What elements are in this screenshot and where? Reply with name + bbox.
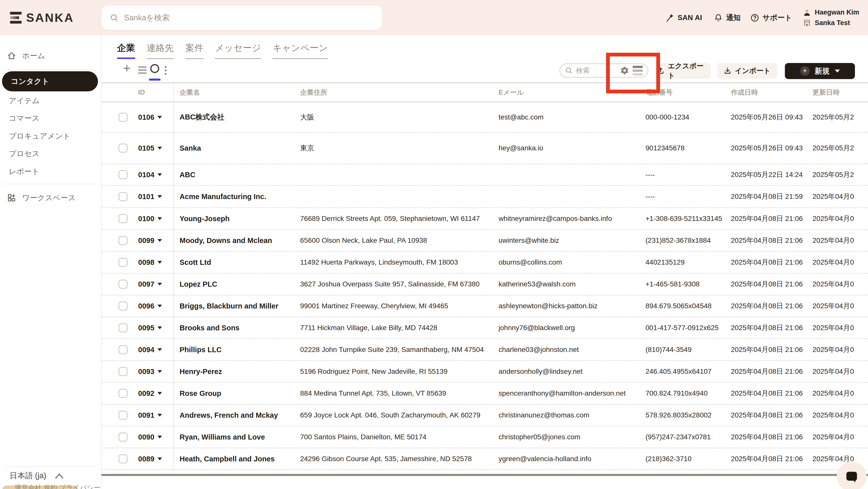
cell-company-name[interactable]: Scott Ltd [180, 258, 211, 267]
row-checkbox[interactable] [119, 323, 128, 332]
table-row[interactable]: 0092Rose Group884 Medina Tunnel Apt. 735… [101, 383, 868, 405]
list-view-button[interactable] [138, 67, 147, 73]
table-row[interactable]: 0098Scott Ltd11492 Huerta Parkways, Lind… [101, 252, 868, 273]
row-checkbox[interactable] [119, 113, 128, 122]
row-checkbox[interactable] [119, 389, 128, 398]
column-header-email[interactable]: Eメール [499, 88, 524, 97]
row-id[interactable]: 0096 [138, 302, 162, 310]
row-id[interactable]: 0094 [138, 346, 162, 354]
table-row[interactable]: 0097Lopez PLC3627 Joshua Overpass Suite … [101, 273, 868, 295]
row-checkbox[interactable] [119, 192, 128, 201]
row-id[interactable]: 0090 [138, 433, 162, 441]
table-row[interactable]: 0106ABC株式会社大阪test@abc.com000-000-1234202… [101, 102, 868, 133]
row-expand-caret-icon[interactable] [157, 261, 162, 264]
tab-companies[interactable]: 企業 [117, 42, 135, 59]
row-id[interactable]: 0106 [138, 113, 162, 121]
table-row[interactable]: 0090Ryan, Williams and Love700 Santos Pl… [101, 426, 868, 448]
column-header-created[interactable]: 作成日時 [731, 88, 758, 97]
row-expand-caret-icon[interactable] [157, 217, 162, 220]
cell-company-name[interactable]: Brooks and Sons [180, 324, 240, 332]
row-id[interactable]: 0105 [138, 144, 162, 152]
row-checkbox[interactable] [119, 367, 128, 376]
row-id[interactable]: 0099 [138, 236, 162, 245]
horizontal-scrollbar[interactable] [101, 474, 868, 476]
add-view-button[interactable] [122, 64, 132, 73]
row-checkbox[interactable] [119, 143, 128, 153]
cell-company-name[interactable]: Ryan, Williams and Love [180, 433, 265, 441]
row-checkbox[interactable] [119, 345, 128, 354]
row-id[interactable]: 0092 [138, 389, 162, 398]
row-checkbox[interactable] [119, 236, 128, 245]
tab-messages[interactable]: メッセージ [215, 42, 261, 59]
tab-deals[interactable]: 案件 [185, 42, 204, 59]
cell-company-name[interactable]: Phillips LLC [180, 346, 222, 354]
row-expand-caret-icon[interactable] [157, 458, 162, 460]
column-header-name[interactable]: 企業名 [180, 88, 200, 97]
table-row[interactable]: 0089Heath, Campbell and Jones24296 Gibso… [101, 448, 868, 470]
row-checkbox[interactable] [119, 301, 128, 311]
sidebar-item-process[interactable]: プロセス [0, 145, 101, 162]
row-expand-caret-icon[interactable] [157, 349, 162, 351]
cell-company-name[interactable]: Heath, Campbell and Jones [180, 455, 275, 463]
table-row[interactable]: 0100Young-Joseph76689 Derrick Streets Ap… [101, 208, 868, 230]
import-button[interactable]: インポート [717, 63, 777, 78]
column-header-address[interactable]: 企業住所 [300, 88, 327, 97]
row-expand-caret-icon[interactable] [157, 327, 162, 329]
chat-button[interactable] [837, 462, 867, 489]
row-checkbox[interactable] [119, 258, 128, 267]
row-id[interactable]: 0100 [138, 215, 162, 223]
table-row[interactable]: 0096Briggs, Blackburn and Miller99001 Ma… [101, 295, 868, 317]
row-id[interactable]: 0089 [138, 455, 162, 463]
row-expand-caret-icon[interactable] [157, 370, 162, 373]
cell-company-name[interactable]: Lopez PLC [180, 280, 217, 288]
table-row[interactable]: 0099Moody, Downs and Mclean65600 Olson N… [101, 230, 868, 252]
row-id[interactable]: 0091 [138, 411, 162, 420]
row-checkbox[interactable] [119, 432, 128, 442]
account-menu[interactable]: Haegwan Kim Sanka Test [803, 0, 859, 35]
row-id[interactable]: 0101 [138, 193, 162, 201]
row-id[interactable]: 0097 [138, 280, 162, 288]
row-expand-caret-icon[interactable] [157, 414, 162, 417]
table-row[interactable]: 0093Henry-Perez5196 Rodriguez Point, New… [101, 361, 868, 383]
sidebar-item-contacts[interactable]: コンタクト [2, 71, 98, 91]
footer-links[interactable]: 運営会社 規約 プライバシー [14, 483, 100, 489]
header-action-san-ai[interactable]: SAN AI [665, 0, 702, 35]
row-id[interactable]: 0104 [138, 170, 162, 179]
sidebar-item-items[interactable]: アイテム [0, 93, 101, 109]
table-row[interactable]: 0105Sanka東京hey@sanka.io90123456782025年05… [101, 133, 868, 164]
row-expand-caret-icon[interactable] [157, 392, 162, 395]
new-record-button[interactable]: + 新規 [785, 63, 855, 79]
column-header-id[interactable]: ID [138, 89, 145, 96]
cell-company-name[interactable]: Young-Joseph [180, 215, 229, 223]
cell-company-name[interactable]: Briggs, Blackburn and Miller [180, 302, 278, 310]
row-id[interactable]: 0098 [138, 258, 162, 267]
view-options-kebab-button[interactable] [165, 66, 166, 75]
row-expand-caret-icon[interactable] [157, 195, 162, 198]
row-checkbox[interactable] [119, 411, 128, 420]
row-expand-caret-icon[interactable] [157, 147, 162, 150]
column-header-updated[interactable]: 更新日時 [812, 88, 840, 97]
board-view-button[interactable] [149, 63, 160, 73]
table-row[interactable]: 0095Brooks and Sons7711 Hickman Village,… [101, 317, 868, 339]
row-expand-caret-icon[interactable] [157, 239, 162, 242]
tab-campaigns[interactable]: キャンペーン [273, 42, 328, 59]
table-row[interactable]: 0091Andrews, French and Mckay659 Joyce L… [101, 405, 868, 426]
row-expand-caret-icon[interactable] [157, 173, 162, 176]
table-row[interactable]: 0104ABC----2025年05月22日 14:242025年05月2 [101, 164, 868, 186]
row-checkbox[interactable] [119, 454, 128, 463]
global-search-input[interactable]: Sankaを検索 [101, 5, 382, 30]
sidebar-item-workspace[interactable]: ワークスペース [0, 190, 101, 206]
row-expand-caret-icon[interactable] [157, 116, 162, 119]
table-row[interactable]: 0101Acme Manufacturing Inc.----2025年04月0… [101, 186, 868, 208]
logo[interactable]: SANKA [10, 0, 74, 35]
sidebar-item-home[interactable]: ホーム [0, 48, 101, 64]
cell-company-name[interactable]: Henry-Perez [180, 367, 222, 376]
cell-company-name[interactable]: Andrews, French and Mckay [180, 411, 278, 420]
row-id[interactable]: 0095 [138, 324, 162, 332]
sidebar-item-commerce[interactable]: コマース [0, 110, 101, 126]
header-action-notifications[interactable]: 通知 [714, 0, 741, 35]
row-expand-caret-icon[interactable] [157, 436, 162, 438]
cell-company-name[interactable]: ABC [180, 170, 195, 179]
sidebar-item-procurement[interactable]: プロキュアメント [0, 128, 101, 144]
row-expand-caret-icon[interactable] [157, 283, 162, 286]
